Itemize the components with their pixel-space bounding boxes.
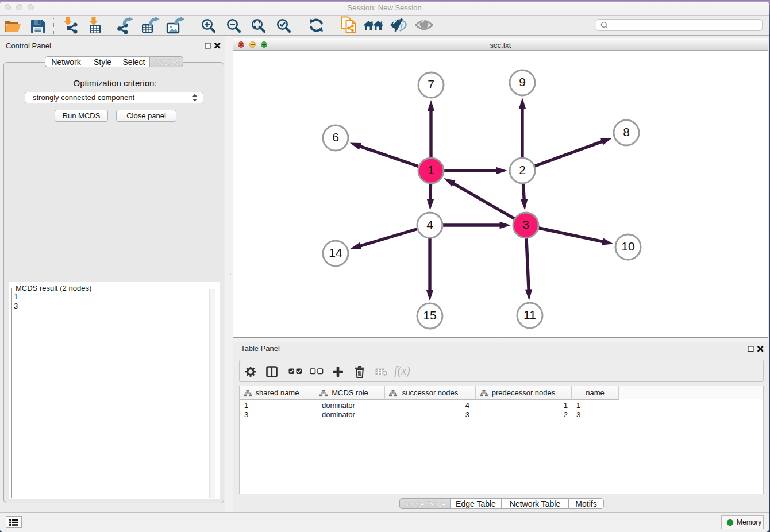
svg-text:11: 11 (523, 308, 536, 321)
svg-text:8: 8 (623, 125, 630, 138)
svg-text:10: 10 (621, 240, 634, 253)
svg-text:9: 9 (519, 75, 526, 88)
svg-text:7: 7 (428, 78, 434, 91)
svg-text:3: 3 (522, 218, 529, 231)
svg-text:4: 4 (426, 218, 433, 231)
svg-text:15: 15 (423, 309, 436, 322)
svg-text:6: 6 (332, 130, 339, 144)
svg-text:1: 1 (428, 163, 434, 176)
svg-text:2: 2 (519, 163, 526, 176)
svg-text:14: 14 (329, 246, 342, 259)
